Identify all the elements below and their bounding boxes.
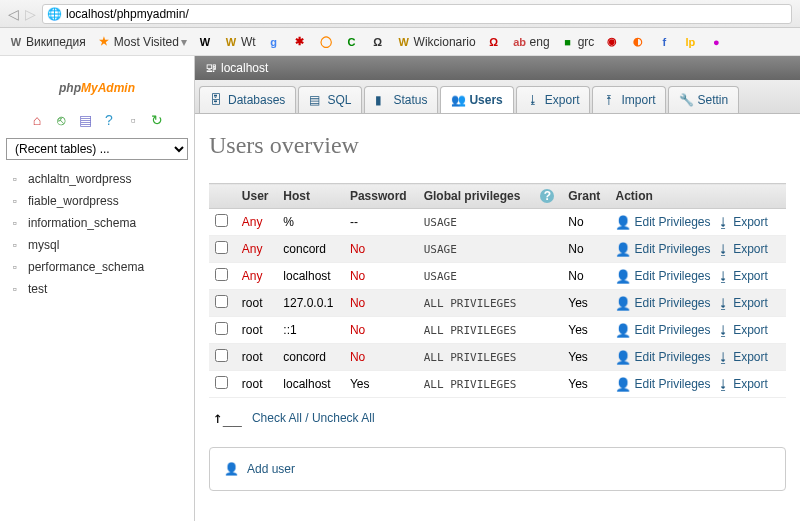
sql-icon[interactable]: ▤ (77, 112, 93, 128)
check-all-link[interactable]: Check All / Uncheck All (252, 411, 375, 425)
sidebar-db-item[interactable]: ▫mysql (6, 234, 188, 256)
row-checkbox[interactable] (215, 268, 228, 281)
edit-privileges-link[interactable]: 👤Edit Privileges (615, 377, 710, 392)
bookmark-item[interactable]: Ω (486, 34, 502, 50)
bookmark-item[interactable]: ◐ (630, 34, 646, 50)
forward-icon[interactable]: ▷ (25, 6, 36, 22)
databases-icon: 🗄 (210, 93, 224, 107)
globe-icon: 🌐 (47, 7, 62, 21)
export-link[interactable]: ⭳Export (717, 269, 768, 284)
cell-user: root (236, 371, 278, 398)
bookmark-item[interactable]: ✱ (292, 34, 308, 50)
bookmark-item[interactable]: Ω (370, 34, 386, 50)
add-user-label: Add user (247, 462, 295, 476)
user-edit-icon: 👤 (615, 269, 631, 284)
bookmark-item[interactable]: f (656, 34, 672, 50)
database-list: ▫achlaltn_wordpress▫fiable_wordpress▫inf… (6, 168, 188, 300)
bookmark-icon: ◐ (630, 34, 646, 50)
bookmark-item[interactable]: C (344, 34, 360, 50)
table-row: root concord No ALL PRIVILEGES Yes 👤Edit… (209, 344, 786, 371)
export-link[interactable]: ⭳Export (717, 242, 768, 257)
cell-action: 👤Edit Privileges ⭳Export (609, 209, 786, 236)
chevron-down-icon: ▾ (181, 35, 187, 49)
col-header: User (236, 184, 278, 209)
row-checkbox[interactable] (215, 214, 228, 227)
bookmark-item[interactable]: abeng (512, 34, 550, 50)
row-checkbox[interactable] (215, 322, 228, 335)
cell-grant: Yes (562, 344, 609, 371)
tab-export[interactable]: ⭳Export (516, 86, 591, 113)
docs-icon[interactable]: ▫ (125, 112, 141, 128)
edit-privileges-link[interactable]: 👤Edit Privileges (615, 323, 710, 338)
edit-privileges-link[interactable]: 👤Edit Privileges (615, 242, 710, 257)
export-link[interactable]: ⭳Export (717, 377, 768, 392)
tab-databases[interactable]: 🗄Databases (199, 86, 296, 113)
export-link[interactable]: ⭳Export (717, 323, 768, 338)
bookmark-label: eng (530, 35, 550, 49)
url-input[interactable] (66, 7, 787, 21)
settings-icon: 🔧 (679, 93, 693, 107)
tab-status[interactable]: ▮Status (364, 86, 438, 113)
export-link[interactable]: ⭳Export (717, 215, 768, 230)
status-icon: ▮ (375, 93, 389, 107)
bookmark-item[interactable]: W (197, 34, 213, 50)
bookmark-item[interactable]: lp (682, 34, 698, 50)
sidebar-db-item[interactable]: ▫achlaltn_wordpress (6, 168, 188, 190)
bookmark-item[interactable]: ★Most Visited▾ (96, 34, 187, 50)
sidebar-db-item[interactable]: ▫performance_schema (6, 256, 188, 278)
sidebar-db-item[interactable]: ▫test (6, 278, 188, 300)
back-icon[interactable]: ◁ (8, 6, 19, 22)
sidebar-db-item[interactable]: ▫information_schema (6, 212, 188, 234)
bookmark-item[interactable]: WВикипедия (8, 34, 86, 50)
cell-grant: Yes (562, 371, 609, 398)
help-icon[interactable]: ? (101, 112, 117, 128)
bookmark-item[interactable]: ● (708, 34, 724, 50)
server-icon: 🖳 (205, 61, 217, 75)
row-checkbox[interactable] (215, 241, 228, 254)
tab-users[interactable]: 👥Users (440, 86, 513, 113)
browser-toolbar: ◁ ▷ 🌐 (0, 0, 800, 28)
recent-tables-select[interactable]: (Recent tables) ... (6, 138, 188, 160)
row-checkbox[interactable] (215, 349, 228, 362)
edit-privileges-link[interactable]: 👤Edit Privileges (615, 350, 710, 365)
help-icon[interactable]: ? (540, 189, 554, 203)
users-icon: 👥 (451, 93, 465, 107)
cell-privileges: ALL PRIVILEGES (418, 290, 563, 317)
bookmark-item[interactable]: ◯ (318, 34, 334, 50)
url-bar[interactable]: 🌐 (42, 4, 792, 24)
reload-icon[interactable]: ↻ (149, 112, 165, 128)
tab-label: Settin (697, 93, 728, 107)
tab-settings[interactable]: 🔧Settin (668, 86, 739, 113)
check-all-row: ↑__ Check All / Uncheck All (209, 398, 786, 437)
sidebar: phpMyAdmin ⌂ ⎋ ▤ ? ▫ ↻ (Recent tables) .… (0, 56, 195, 521)
sidebar-db-item[interactable]: ▫fiable_wordpress (6, 190, 188, 212)
cell-action: 👤Edit Privileges ⭳Export (609, 236, 786, 263)
tabs-bar: 🗄Databases▤SQL▮Status👥Users⭳Export⭱Impor… (195, 80, 800, 114)
bookmark-item[interactable]: g (266, 34, 282, 50)
tab-import[interactable]: ⭱Import (592, 86, 666, 113)
bookmark-icon: g (266, 34, 282, 50)
edit-privileges-link[interactable]: 👤Edit Privileges (615, 215, 710, 230)
edit-privileges-link[interactable]: 👤Edit Privileges (615, 296, 710, 311)
add-user-button[interactable]: 👤 Add user (209, 447, 786, 491)
cell-grant: No (562, 263, 609, 290)
cell-password: No (344, 263, 418, 290)
tab-label: SQL (327, 93, 351, 107)
export-link[interactable]: ⭳Export (717, 350, 768, 365)
row-checkbox[interactable] (215, 376, 228, 389)
tab-label: Export (545, 93, 580, 107)
bookmark-item[interactable]: ◉ (604, 34, 620, 50)
cell-user: Any (236, 236, 278, 263)
tab-label: Users (469, 93, 502, 107)
export-link[interactable]: ⭳Export (717, 296, 768, 311)
row-checkbox[interactable] (215, 295, 228, 308)
bookmark-item[interactable]: ■grc (560, 34, 595, 50)
tab-sql[interactable]: ▤SQL (298, 86, 362, 113)
bookmark-icon: W (197, 34, 213, 50)
bookmark-item[interactable]: WWt (223, 34, 256, 50)
exit-icon[interactable]: ⎋ (53, 112, 69, 128)
bookmark-item[interactable]: WWikcionario (396, 34, 476, 50)
edit-privileges-link[interactable]: 👤Edit Privileges (615, 269, 710, 284)
bookmark-icon: lp (682, 34, 698, 50)
home-icon[interactable]: ⌂ (29, 112, 45, 128)
